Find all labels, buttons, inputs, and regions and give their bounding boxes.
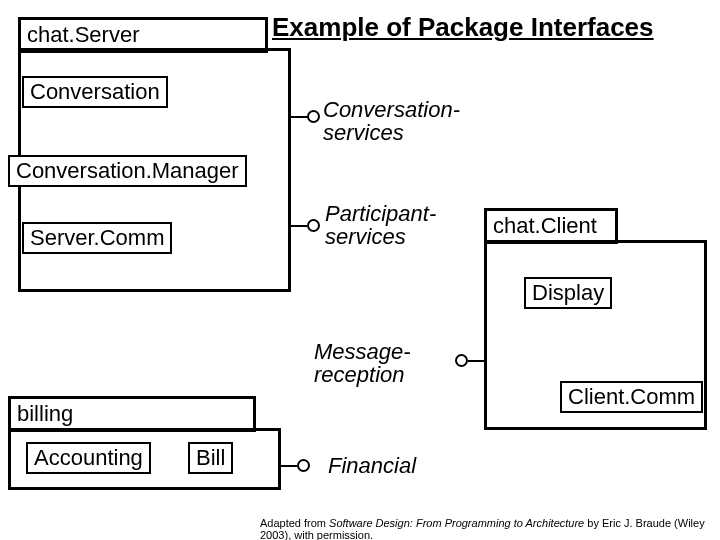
credit-pre: Adapted from — [260, 517, 329, 529]
lollipop-stem-conversation-services — [291, 116, 307, 118]
lollipop-circle-conversation-services — [307, 110, 320, 123]
pkg-tab-billing: billing — [8, 396, 256, 432]
lollipop-circle-financial — [297, 459, 310, 472]
lollipop-stem-financial — [281, 465, 297, 467]
lollipop-stem-message-reception — [468, 360, 484, 362]
credit-line: Adapted from Software Design: From Progr… — [260, 517, 720, 540]
lollipop-stem-participant-services — [291, 225, 307, 227]
class-conversation: Conversation — [22, 76, 168, 108]
iface-participant-services: Participant- services — [325, 202, 436, 248]
lollipop-circle-message-reception — [455, 354, 468, 367]
pkg-tab-chat-client: chat.Client — [484, 208, 618, 244]
class-accounting: Accounting — [26, 442, 151, 474]
class-bill: Bill — [188, 442, 233, 474]
iface-financial: Financial — [328, 454, 416, 477]
iface-message-reception: Message- reception — [314, 340, 411, 386]
iface-conversation-services: Conversation- services — [323, 98, 460, 144]
page-title: Example of Package Interfaces — [272, 12, 654, 43]
credit-ital: Software Design: From Programming to Arc… — [329, 517, 584, 529]
class-client-comm: Client.Comm — [560, 381, 703, 413]
lollipop-circle-participant-services — [307, 219, 320, 232]
class-server-comm: Server.Comm — [22, 222, 172, 254]
class-display: Display — [524, 277, 612, 309]
class-conversation-manager: Conversation.Manager — [8, 155, 247, 187]
